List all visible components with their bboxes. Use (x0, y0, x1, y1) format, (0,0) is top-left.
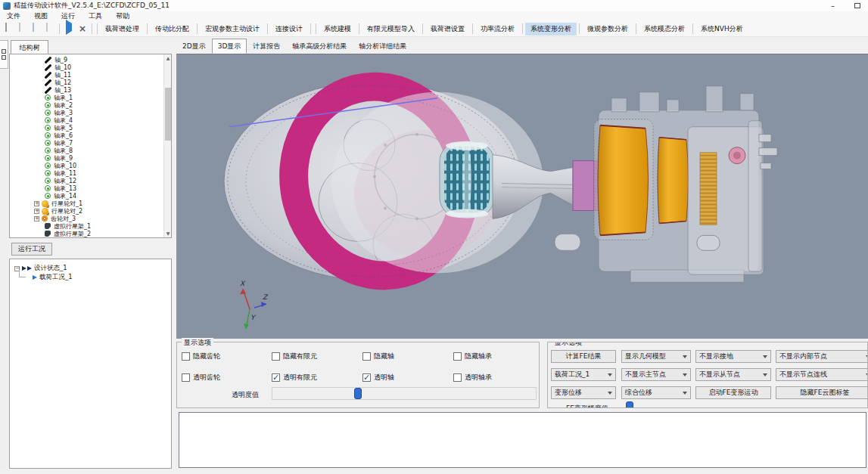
tree-item-carrier[interactable]: 虚拟行星架_1 (10, 222, 163, 230)
menu-file[interactable]: 文件 (0, 11, 27, 21)
toolbar-btn-connection-design[interactable]: 连接设计 (270, 23, 308, 36)
checkbox-icon[interactable] (272, 352, 280, 361)
message-log-panel[interactable] (179, 412, 866, 468)
design-state-icon (27, 266, 32, 271)
checkbox-transparent-bearings[interactable]: 透明轴承 (453, 373, 492, 383)
tree-item-bearing[interactable]: 轴承_9 (10, 154, 163, 162)
tab-2d-display[interactable]: 2D显示 (176, 39, 212, 54)
tab-bearing-results[interactable]: 轴承高级分析结果 (286, 39, 353, 54)
ground-display-combo[interactable]: 不显示接地 (695, 350, 771, 363)
checkbox-hide-gears[interactable]: 隐藏齿轮 (182, 352, 220, 361)
checkbox-icon[interactable] (182, 373, 190, 382)
toolbar-btn-load-spectrum[interactable]: 载荷谱处理 (100, 23, 145, 36)
tree-scrollbar[interactable]: ▲ ▼ (163, 54, 171, 237)
checkbox-icon[interactable] (453, 373, 462, 382)
checkbox-icon[interactable] (453, 352, 462, 361)
expand-icon[interactable] (34, 209, 39, 214)
maximize-icon[interactable] (854, 0, 860, 11)
tree-item-shaft[interactable]: 轴_10 (10, 64, 163, 71)
transparency-slider[interactable] (272, 387, 537, 400)
menu-bar: 文件 视图 运行 工具 帮助 (0, 11, 868, 21)
toolbar-btn-load-settings[interactable]: 载荷谱设置 (425, 23, 470, 36)
start-fe-animation-button[interactable]: 启动FE变形运动 (695, 386, 771, 399)
collapsed-panel-tab-icon[interactable] (0, 40, 8, 69)
checkbox-transparent-gears[interactable]: 透明齿轮 (182, 373, 220, 383)
3d-viewport[interactable]: X Y Z (176, 54, 868, 339)
load-case-item[interactable]: 载荷工况_1 (10, 273, 171, 282)
toolbar-btn-macro-design[interactable]: 宏观参数主动设计 (200, 23, 265, 36)
stop-icon[interactable]: × (77, 23, 88, 34)
tab-shaft-results[interactable]: 轴分析详细结果 (353, 39, 412, 54)
checkbox-icon[interactable] (362, 373, 371, 382)
toolbar-btn-system-deformation[interactable]: 系统变形分析 (525, 23, 577, 36)
tree-item-shaft[interactable]: 轴_11 (10, 71, 163, 79)
expand-icon[interactable] (34, 216, 39, 222)
checkbox-hide-bearings[interactable]: 隐藏轴承 (453, 352, 492, 361)
scroll-down-icon[interactable]: ▼ (164, 230, 172, 237)
tab-structure-tree[interactable]: 结构树 (11, 40, 48, 54)
tree-item-bearing[interactable]: 轴承_14 (10, 192, 163, 200)
scroll-thumb[interactable] (165, 88, 171, 141)
tree-item-gear-pair[interactable]: 齿轮对_3 (10, 215, 163, 222)
internal-nodes-combo[interactable]: 不显示内部节点 (776, 350, 868, 363)
tree-item-bearing[interactable]: 轴承_13 (10, 184, 163, 192)
displacement-combo[interactable]: 综合位移 (621, 386, 691, 399)
toolbar-btn-ratio-allocation[interactable]: 传动比分配 (150, 23, 194, 36)
checkbox-transparent-fe[interactable]: 透明有限元 (272, 373, 317, 383)
menu-help[interactable]: 帮助 (109, 11, 136, 21)
design-state-item[interactable]: 设计状态_1 (10, 264, 171, 273)
tree-item-bearing[interactable]: 轴承_10 (10, 162, 163, 169)
tab-report[interactable]: 计算报告 (247, 39, 286, 54)
compute-fe-button[interactable]: 计算FE结果 (551, 350, 616, 363)
toolbar-btn-power-flow[interactable]: 功率流分析 (475, 23, 520, 36)
fe-amplitude-slider[interactable] (624, 401, 868, 408)
new-file-icon[interactable] (4, 23, 14, 34)
tree-item-bearing[interactable]: 轴承_6 (10, 132, 163, 139)
tree-item-bearing[interactable]: 轴承_7 (10, 139, 163, 147)
scroll-up-icon[interactable]: ▲ (164, 54, 172, 62)
load-case-combo[interactable]: 载荷工况_1 (551, 368, 616, 381)
toolbar-btn-nvh[interactable]: 系统NVH分析 (695, 23, 748, 36)
expand-icon[interactable] (34, 201, 39, 206)
tree-item-bearing[interactable]: 轴承_5 (10, 124, 163, 132)
tree-item-bearing[interactable]: 轴承_12 (10, 177, 163, 184)
checkbox-icon[interactable] (272, 373, 280, 382)
tree-item-carrier[interactable]: 虚拟行星架_2 (10, 230, 163, 237)
menu-view[interactable]: 视图 (27, 11, 54, 21)
geometry-model-combo[interactable]: 显示几何模型 (621, 350, 691, 363)
checkbox-icon[interactable] (362, 352, 371, 361)
hide-fe-labels-button[interactable]: 隐藏FE云图标签 (776, 386, 868, 399)
toolbar-btn-fe-import[interactable]: 有限元模型导入 (362, 23, 420, 36)
run-condition-button[interactable]: 运行工况 (11, 243, 52, 256)
tree-item-bearing[interactable]: 轴承_11 (10, 169, 163, 177)
slider-handle[interactable] (354, 388, 362, 399)
tree-item-planet-pair[interactable]: 行星轮对_2 (10, 207, 163, 215)
run-icon[interactable] (64, 23, 74, 34)
master-nodes-combo[interactable]: 不显示主节点 (621, 368, 691, 381)
checkbox-hide-fe[interactable]: 隐藏有限元 (272, 352, 317, 361)
tree-item-bearing[interactable]: 轴承_1 (10, 94, 163, 101)
tree-item-shaft[interactable]: 轴_13 (10, 86, 163, 94)
tree-item-bearing[interactable]: 轴承_3 (10, 109, 163, 116)
axis-triad: X Y Z (240, 280, 269, 329)
tree-item-shaft[interactable]: 轴_9 (10, 56, 163, 64)
tab-3d-display[interactable]: 3D显示 (212, 39, 247, 54)
tree-item-planet-pair[interactable]: 行星轮对_1 (10, 200, 163, 207)
toolbar-btn-micro-params[interactable]: 微观参数分析 (582, 23, 633, 36)
tree-item-bearing[interactable]: 轴承_2 (10, 101, 163, 109)
checkbox-hide-shafts[interactable]: 隐藏轴 (362, 352, 394, 361)
menu-tools[interactable]: 工具 (82, 11, 109, 21)
tree-item-bearing[interactable]: 轴承_4 (10, 116, 163, 124)
toolbar-btn-system-modal[interactable]: 系统模态分析 (639, 23, 690, 36)
checkbox-transparent-shafts[interactable]: 透明轴 (362, 373, 394, 383)
slave-nodes-combo[interactable]: 不显示从节点 (695, 368, 771, 381)
deform-type-combo[interactable]: 变形位移 (551, 386, 616, 399)
tree-item-bearing[interactable]: 轴承_8 (10, 147, 163, 154)
node-lines-combo[interactable]: 不显示节点连线 (776, 368, 868, 381)
minimize-icon[interactable]: – (831, 0, 835, 11)
toolbar-btn-system-modeling[interactable]: 系统建模 (319, 23, 356, 36)
tree-item-shaft[interactable]: 轴_12 (10, 79, 163, 86)
slider-handle[interactable] (626, 401, 633, 408)
checkbox-icon[interactable] (182, 352, 190, 361)
shaft-icon (45, 79, 51, 86)
